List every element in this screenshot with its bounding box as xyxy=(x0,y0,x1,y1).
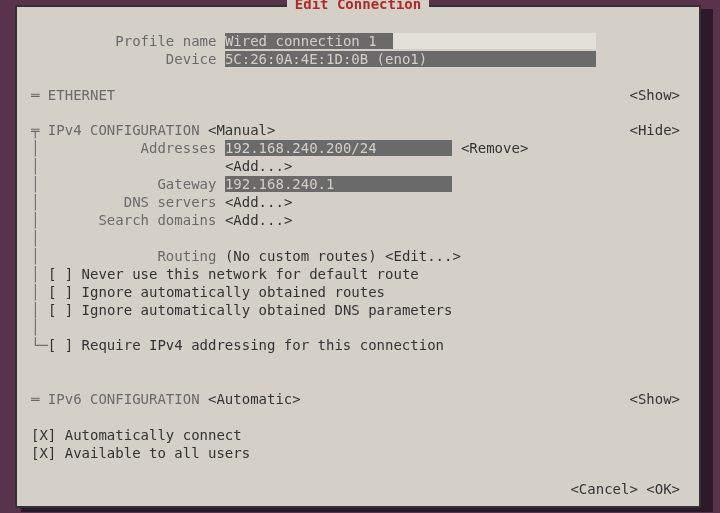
tree-pipe: │ xyxy=(31,302,39,318)
chk-never-default[interactable]: [ ] Never use this network for default r… xyxy=(48,266,419,282)
ipv6-show-action[interactable]: <Show> xyxy=(629,391,680,407)
tui-body: Profile name Wired connection 1 Device 5… xyxy=(31,15,685,498)
ipv4-address-add[interactable]: <Add...> xyxy=(225,158,292,174)
tree-end: └─ xyxy=(31,337,48,353)
spacer xyxy=(31,481,570,497)
ipv6-mode-selector[interactable]: <Automatic> xyxy=(208,391,301,407)
cancel-button[interactable]: <Cancel> xyxy=(570,481,637,497)
spacer xyxy=(301,391,630,407)
chk-auto-connect[interactable]: [X] Automatically connect xyxy=(31,427,242,443)
routing-status: (No custom routes) xyxy=(225,248,377,264)
label-profile-name: Profile name xyxy=(31,33,216,49)
label-dns: │ DNS servers xyxy=(31,194,216,210)
search-add[interactable]: <Add...> xyxy=(225,212,292,228)
tree-pipe: │ xyxy=(31,319,39,335)
edit-connection-dialog: Edit Connection Profile name Wired conne… xyxy=(15,5,701,508)
ipv4-hide-action[interactable]: <Hide> xyxy=(629,122,680,138)
tree-pipe: │ xyxy=(31,284,39,300)
label-addresses: │ Addresses xyxy=(31,140,216,156)
spacer xyxy=(115,87,629,103)
profile-input-text[interactable]: Wired connection 1 xyxy=(225,33,394,49)
ipv4-address-remove[interactable]: <Remove> xyxy=(461,140,528,156)
ok-button[interactable]: <OK> xyxy=(646,481,680,497)
addresses-prefix: │ xyxy=(31,158,216,174)
chk-all-users[interactable]: [X] Available to all users xyxy=(31,445,250,461)
spacer xyxy=(275,122,629,138)
section-ethernet: ═ ETHERNET xyxy=(31,87,115,103)
routing-edit[interactable]: <Edit...> xyxy=(385,248,461,264)
profile-caret[interactable] xyxy=(393,33,595,49)
ethernet-show-action[interactable]: <Show> xyxy=(629,87,680,103)
device-input[interactable]: 5C:26:0A:4E:1D:0B (eno1) xyxy=(225,51,596,67)
dns-add[interactable]: <Add...> xyxy=(225,194,292,210)
section-ipv4: ╤ IPv4 CONFIGURATION xyxy=(31,122,200,138)
label-gateway: │ Gateway xyxy=(31,176,216,192)
chk-ignore-dns[interactable]: [ ] Ignore automatically obtained DNS pa… xyxy=(48,302,453,318)
tree-pipe: │ xyxy=(31,230,39,246)
ipv4-gateway-input[interactable]: 192.168.240.1 xyxy=(225,176,453,192)
label-device: Device xyxy=(31,51,216,67)
label-search-domains: │ Search domains xyxy=(31,212,216,228)
label-routing: │ Routing xyxy=(31,248,216,264)
chk-require-ipv4[interactable]: [ ] Require IPv4 addressing for this con… xyxy=(48,337,444,353)
section-ipv6: ═ IPv6 CONFIGURATION xyxy=(31,391,200,407)
chk-ignore-routes[interactable]: [ ] Ignore automatically obtained routes xyxy=(48,284,385,300)
ipv4-address-input[interactable]: 192.168.240.200/24 xyxy=(225,140,453,156)
dialog-title: Edit Connection xyxy=(287,0,429,12)
ipv4-mode-selector[interactable]: <Manual> xyxy=(208,122,275,138)
tree-pipe: │ xyxy=(31,266,39,282)
